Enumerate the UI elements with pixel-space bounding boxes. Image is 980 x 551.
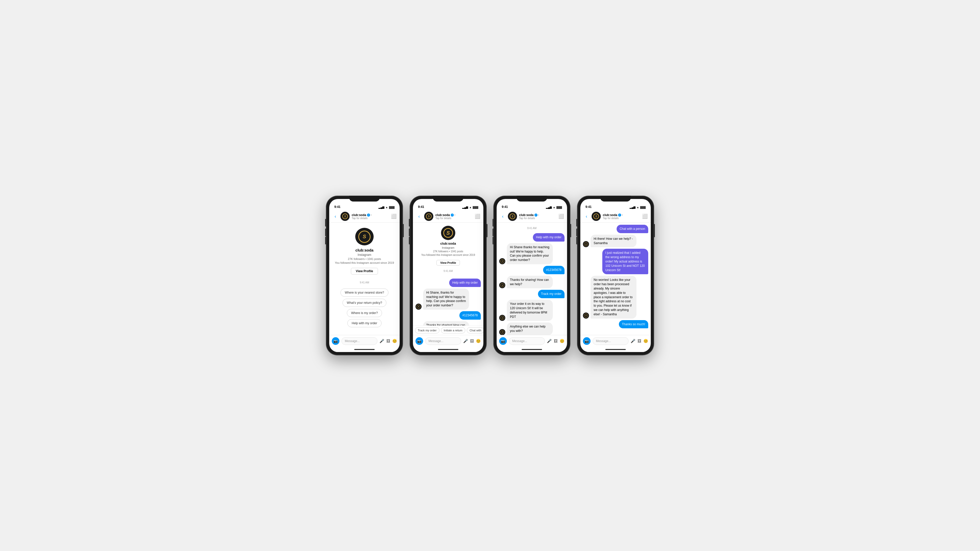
emoji-icon-4[interactable]: 😊 — [643, 339, 648, 343]
nav-info-4: club:soda ✓ › Tap for details — [603, 213, 640, 220]
camera-button-3[interactable]: 📷 — [499, 337, 507, 345]
mini-stats-2: 27K followers • 1041 posts — [433, 250, 463, 253]
bubble-2-3: #12345678 — [460, 311, 481, 320]
action-chip-2-1[interactable]: Track my order — [415, 327, 439, 333]
quick-reply-1-2[interactable]: What's your return policy? — [342, 299, 387, 307]
status-time-1: 9:41 — [334, 205, 340, 209]
view-profile-button-1[interactable]: View Profile — [351, 268, 378, 275]
bubble-4-5: Thanks so much! — [619, 320, 648, 329]
message-input-2[interactable]: Message... — [425, 337, 461, 345]
notch-2 — [433, 196, 463, 202]
mic-icon-4[interactable]: 🎤 — [631, 339, 635, 343]
status-icons-3: ▂▄▆ ▲ ▓▓▓ — [546, 206, 562, 209]
camera-button-4[interactable]: 📷 — [583, 337, 590, 345]
timestamp-1: 9:41 AM — [360, 281, 369, 284]
quick-reply-1-1[interactable]: Where is your nearest store? — [340, 289, 388, 297]
mic-icon-3[interactable]: 🎤 — [547, 339, 552, 343]
verified-badge-3: ✓ — [535, 213, 538, 217]
quick-reply-1-3[interactable]: Where is my order? — [347, 309, 382, 317]
msg-row-4-2: Hi there! How can we help? - Samantha — [583, 235, 648, 248]
video-icon-4[interactable]: ⬜ — [642, 213, 648, 219]
image-icon-2[interactable]: 🖼 — [470, 339, 474, 343]
action-chip-2-3[interactable]: Chat with — [467, 327, 484, 333]
image-icon-1[interactable]: 🖼 — [387, 339, 390, 343]
view-profile-button-2[interactable]: View Profile — [436, 260, 460, 265]
phone-4: 9:41 ▂▄▆ ▲ ▓▓▓ ‹ club:soda — [577, 196, 654, 355]
video-icon-2[interactable]: ⬜ — [475, 213, 480, 219]
msg-logo-4-2 — [584, 242, 588, 246]
action-chips-row-2: Track my order Initiate a return Chat wi… — [413, 326, 484, 335]
signal-icon-1: ▂▄▆ — [379, 206, 384, 209]
verified-badge-4: ✓ — [618, 213, 621, 217]
signal-icon-4: ▂▄▆ — [630, 206, 635, 209]
msg-row-4-4: No worries! Looks like your order has be… — [583, 276, 648, 318]
timestamp-2: 9:41 AM — [444, 270, 453, 272]
emoji-icon-1[interactable]: 😊 — [392, 339, 397, 343]
msg-avatar-3-7 — [499, 329, 505, 335]
profile-avatar-1 — [355, 228, 374, 245]
phone-3-frame: 9:41 ▂▄▆ ▲ ▓▓▓ ‹ club:soda — [493, 196, 570, 355]
signal-icon-3: ▂▄▆ — [546, 206, 552, 209]
chat-content-2: club:soda Instagram 27K followers • 1041… — [413, 223, 484, 347]
battery-icon-4: ▓▓▓ — [640, 206, 646, 209]
nav-sub-3: Tap for details — [519, 217, 556, 220]
back-button-3[interactable]: ‹ — [500, 214, 506, 219]
msg-row-4-3: I just realized that I added the wrong a… — [583, 249, 648, 274]
bubble-4-1: Chat with a person — [617, 225, 648, 233]
phones-container: 9:41 ▂▄▆ ▲ ▓▓▓ ‹ club:soda — [326, 196, 654, 355]
msg-logo-2-2 — [417, 305, 421, 309]
image-icon-3[interactable]: 🖼 — [554, 339, 558, 343]
message-input-4[interactable]: Message... — [593, 337, 628, 345]
mic-icon-1[interactable]: 🎤 — [380, 339, 384, 343]
signal-icon-2: ▂▄▆ — [462, 206, 468, 209]
back-button-2[interactable]: ‹ — [416, 214, 422, 219]
mini-follow-2: You followed this Instagram account sinc… — [422, 254, 475, 256]
bubble-3-2: Hi Shane thanks for reaching out! We're … — [507, 243, 553, 264]
camera-button-2[interactable]: 📷 — [415, 337, 423, 345]
input-icons-2: 🎤 🖼 😊 — [463, 339, 481, 343]
quick-replies-1: Where is your nearest store? What's your… — [336, 286, 393, 330]
nav-chevron-1: › — [371, 213, 372, 216]
message-input-bar-3: 📷 Message... 🎤 🖼 😊 — [496, 335, 567, 347]
back-button-1[interactable]: ‹ — [332, 214, 339, 219]
home-bar-2 — [438, 349, 458, 350]
quick-reply-1-4[interactable]: Help with my order — [347, 319, 382, 327]
msg-row-4-5: Thanks so much! — [583, 320, 648, 329]
msg-row-3-2: Hi Shane thanks for reaching out! We're … — [499, 243, 565, 264]
image-icon-4[interactable]: 🖼 — [638, 339, 641, 343]
input-icons-4: 🎤 🖼 😊 — [631, 339, 648, 343]
nav-bar-4: ‹ club:soda ✓ › Tap for details ⬜ — [580, 210, 651, 223]
profile-screen-1: club:soda Instagram 27K followers • 1041… — [329, 223, 400, 335]
video-icon-3[interactable]: ⬜ — [558, 213, 564, 219]
back-button-4[interactable]: ‹ — [584, 214, 590, 219]
nav-avatar-4 — [592, 212, 601, 221]
msg-row-3-6: Your order it on its way to 120 Unicorn … — [499, 300, 565, 321]
home-bar-4 — [605, 349, 626, 350]
nav-sub-1: Tap for details — [352, 217, 389, 220]
msg-row-3-3: #12345678 — [499, 266, 565, 274]
emoji-icon-3[interactable]: 😊 — [560, 339, 565, 343]
video-icon-1[interactable]: ⬜ — [391, 213, 396, 219]
nav-info-2: club:soda ✓ › Tap for details — [435, 213, 473, 220]
nav-name-3: club:soda ✓ › — [519, 213, 556, 217]
nav-avatar-1 — [340, 212, 350, 221]
msg-row-3-1: Help with my order — [499, 233, 565, 241]
chat-content-1: club:soda Instagram 27K followers • 1041… — [329, 223, 400, 347]
home-indicator-3 — [496, 347, 567, 352]
msg-logo-3-4 — [500, 283, 504, 287]
msg-logo-3-2 — [500, 259, 504, 263]
nav-avatar-3 — [508, 212, 517, 221]
mic-icon-2[interactable]: 🎤 — [463, 339, 468, 343]
status-time-3: 9:41 — [502, 205, 508, 209]
bubble-2-1: Help with my order — [449, 279, 481, 287]
camera-button-1[interactable]: 📷 — [332, 337, 339, 345]
message-input-1[interactable]: Message... — [342, 337, 377, 345]
notch-1 — [349, 196, 380, 202]
bubble-4-3: I just realized that I added the wrong a… — [602, 249, 648, 274]
message-input-3[interactable]: Message... — [509, 337, 545, 345]
msg-avatar-3-4 — [499, 282, 505, 288]
action-chip-2-2[interactable]: Initiate a return — [441, 327, 465, 333]
nav-name-2: club:soda ✓ › — [435, 213, 473, 217]
phone-3-screen: 9:41 ▂▄▆ ▲ ▓▓▓ ‹ club:soda — [496, 199, 567, 352]
emoji-icon-2[interactable]: 😊 — [476, 339, 481, 343]
